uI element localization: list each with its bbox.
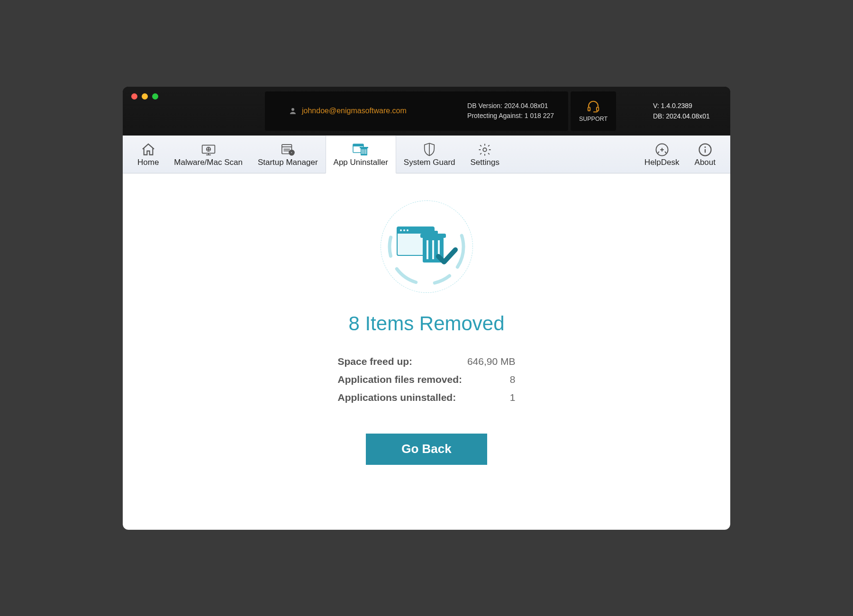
- version-block: V: 1.4.0.2389 DB: 2024.04.08x01: [616, 87, 730, 136]
- tab-guard-label: System Guard: [404, 158, 455, 167]
- go-back-button[interactable]: Go Back: [366, 434, 487, 465]
- support-button[interactable]: SUPPORT: [571, 91, 616, 131]
- result-headline: 8 Items Removed: [348, 312, 504, 335]
- space-freed-value: 646,90 MB: [467, 356, 516, 367]
- tab-system-guard[interactable]: System Guard: [396, 136, 463, 173]
- maximize-window-button[interactable]: [152, 93, 158, 100]
- close-window-button[interactable]: [131, 93, 137, 100]
- svg-rect-2: [588, 107, 590, 111]
- support-label: SUPPORT: [579, 116, 608, 122]
- titlebar: SpyHunter® FOR Mac® johndoe@enigmasoftwa…: [123, 87, 730, 136]
- svg-rect-3: [597, 107, 599, 111]
- info-icon: [698, 142, 712, 158]
- tab-startup[interactable]: Startup Manager: [250, 136, 326, 173]
- tab-helpdesk-label: HelpDesk: [644, 158, 680, 167]
- tab-uninstall-label: App Uninstaller: [334, 158, 388, 167]
- shield-icon: [423, 142, 436, 158]
- support-headset-icon: [586, 100, 600, 114]
- tab-home-label: Home: [137, 158, 159, 167]
- files-removed-label: Application files removed:: [338, 374, 463, 385]
- user-email: johndoe@enigmasoftware.com: [302, 107, 407, 115]
- app-version: V: 1.4.0.2389: [653, 100, 692, 111]
- result-graphic: [379, 199, 474, 294]
- db-version: DB: 2024.04.08x01: [653, 111, 710, 121]
- tab-settings[interactable]: Settings: [463, 136, 507, 173]
- tab-startup-label: Startup Manager: [258, 158, 318, 167]
- tab-helpdesk[interactable]: HelpDesk: [637, 136, 687, 173]
- tab-about-label: About: [695, 158, 716, 167]
- files-removed-value: 8: [510, 374, 516, 385]
- gear-icon: [478, 142, 492, 158]
- result-stats: Space freed up: 646,90 MB Application fi…: [338, 356, 516, 410]
- apps-uninstalled-value: 1: [510, 392, 516, 403]
- tab-home[interactable]: Home: [130, 136, 166, 173]
- main-content: 8 Items Removed Space freed up: 646,90 M…: [123, 173, 730, 530]
- space-freed-label: Space freed up:: [338, 356, 413, 367]
- home-icon: [141, 142, 156, 158]
- db-version-label: DB Version: 2024.04.08x01: [467, 101, 554, 111]
- svg-point-27: [390, 210, 463, 284]
- account-info-panel: johndoe@enigmasoftware.com DB Version: 2…: [265, 91, 568, 131]
- startup-icon: [280, 142, 296, 158]
- svg-rect-15: [360, 147, 368, 148]
- scan-icon: [200, 142, 217, 158]
- tab-settings-label: Settings: [471, 158, 499, 167]
- protecting-against-label: Protecting Against: 1 018 227: [467, 111, 554, 121]
- svg-point-20: [483, 148, 487, 152]
- svg-point-1: [291, 108, 294, 111]
- apps-uninstalled-label: Applications uninstalled:: [338, 392, 456, 403]
- svg-rect-13: [353, 144, 363, 146]
- minimize-window-button[interactable]: [142, 93, 148, 100]
- svg-point-25: [704, 146, 706, 147]
- helpdesk-icon: [655, 142, 669, 158]
- tab-scan-label: Malware/Mac Scan: [174, 158, 243, 167]
- tab-about[interactable]: About: [687, 136, 723, 173]
- app-window: SpyHunter® FOR Mac® johndoe@enigmasoftwa…: [123, 87, 730, 530]
- uninstall-icon: [351, 142, 370, 158]
- tab-scan[interactable]: Malware/Mac Scan: [166, 136, 250, 173]
- window-controls: [123, 87, 265, 100]
- user-icon: [289, 107, 297, 115]
- main-toolbar: Home Malware/Mac Scan Startup Manager: [123, 136, 730, 173]
- tab-app-uninstaller[interactable]: App Uninstaller: [326, 136, 396, 173]
